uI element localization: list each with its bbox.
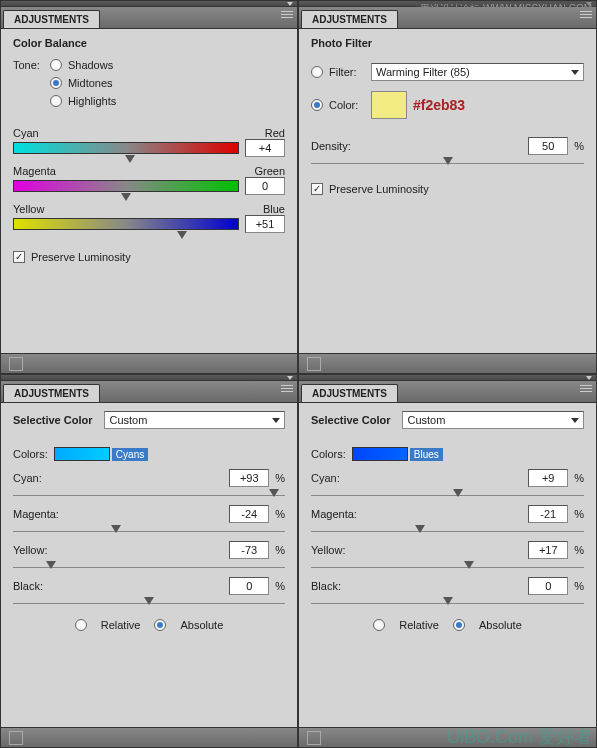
shadows-radio[interactable] [50, 59, 62, 71]
adjustments-tab[interactable]: ADJUSTMENTS [301, 10, 398, 28]
shadows-label: Shadows [68, 59, 113, 71]
yellow-slider[interactable] [311, 565, 584, 569]
panel-tabbar: ADJUSTMENTS [1, 381, 297, 403]
panel-tabbar: ADJUSTMENTS [1, 7, 297, 29]
color-label: Color: [329, 99, 365, 111]
black-value[interactable]: 0 [229, 577, 269, 595]
panel-menu-icon[interactable] [281, 11, 293, 18]
yellow-label: Yellow: [13, 544, 67, 556]
panel-footer [299, 353, 596, 373]
cyan-value[interactable]: +93 [229, 469, 269, 487]
colors-dropdown[interactable]: Blues [352, 445, 449, 463]
blue-label: Blue [263, 203, 285, 215]
relative-label: Relative [101, 619, 141, 631]
panel-photo-filter: 思缘设计论坛 WWW.MISSYUAN.COM ADJUSTMENTS Phot… [298, 0, 597, 374]
black-label: Black: [311, 580, 365, 592]
relative-radio[interactable] [373, 619, 385, 631]
color-swatch[interactable] [371, 91, 407, 119]
watermark-bottom: UiBO.Com 爱好者 [447, 725, 592, 748]
panel-tabbar: ADJUSTMENTS [299, 7, 596, 29]
tone-label: Tone: [13, 59, 40, 113]
absolute-label: Absolute [180, 619, 223, 631]
panel-menu-icon[interactable] [580, 385, 592, 392]
relative-label: Relative [399, 619, 439, 631]
yellow-value[interactable]: +17 [528, 541, 568, 559]
colors-dropdown[interactable]: Cyans [54, 445, 154, 463]
cyan-red-value[interactable]: +4 [245, 139, 285, 157]
panel-title: Selective Color [13, 414, 92, 426]
panel-selective-color-1: ADJUSTMENTS Selective Color Custom Color… [0, 374, 298, 748]
panel-title: Photo Filter [311, 37, 584, 49]
footer-icon[interactable] [307, 731, 321, 745]
adjustments-tab[interactable]: ADJUSTMENTS [301, 384, 398, 402]
magenta-label: Magenta [13, 165, 56, 177]
percent-label: % [574, 140, 584, 152]
cyan-red-slider[interactable] [13, 142, 239, 154]
panel-selective-color-2: ADJUSTMENTS Selective Color Custom Color… [298, 374, 597, 748]
absolute-radio[interactable] [154, 619, 166, 631]
yellow-label: Yellow: [311, 544, 365, 556]
black-slider[interactable] [311, 601, 584, 605]
highlights-label: Highlights [68, 95, 116, 107]
red-label: Red [265, 127, 285, 139]
magenta-green-value[interactable]: 0 [245, 177, 285, 195]
magenta-green-slider[interactable] [13, 180, 239, 192]
panel-footer [1, 727, 297, 747]
panel-menu-icon[interactable] [580, 11, 592, 18]
magenta-slider[interactable] [13, 529, 285, 533]
panel-title: Selective Color [311, 414, 390, 426]
relative-radio[interactable] [75, 619, 87, 631]
footer-icon[interactable] [9, 357, 23, 371]
absolute-radio[interactable] [453, 619, 465, 631]
footer-icon[interactable] [9, 731, 23, 745]
yellow-blue-value[interactable]: +51 [245, 215, 285, 233]
preserve-luminosity-checkbox[interactable] [13, 251, 25, 263]
preserve-luminosity-label: Preserve Luminosity [31, 251, 131, 263]
color-hex: #f2eb83 [413, 97, 465, 113]
adjustments-tab[interactable]: ADJUSTMENTS [3, 10, 100, 28]
midtones-label: Midtones [68, 77, 113, 89]
colors-label: Colors: [13, 448, 48, 460]
black-slider[interactable] [13, 601, 285, 605]
highlights-radio[interactable] [50, 95, 62, 107]
black-value[interactable]: 0 [528, 577, 568, 595]
yellow-value[interactable]: -73 [229, 541, 269, 559]
panel-menu-icon[interactable] [281, 385, 293, 392]
yellow-slider[interactable] [13, 565, 285, 569]
panel-title: Color Balance [13, 37, 285, 49]
colors-label: Colors: [311, 448, 346, 460]
density-label: Density: [311, 140, 355, 152]
yellow-label: Yellow [13, 203, 44, 215]
color-radio[interactable] [311, 99, 323, 111]
filter-label: Filter: [329, 66, 365, 78]
preserve-luminosity-label: Preserve Luminosity [329, 183, 429, 195]
magenta-value[interactable]: -24 [229, 505, 269, 523]
filter-radio[interactable] [311, 66, 323, 78]
green-label: Green [254, 165, 285, 177]
black-label: Black: [13, 580, 67, 592]
magenta-slider[interactable] [311, 529, 584, 533]
absolute-label: Absolute [479, 619, 522, 631]
density-slider[interactable] [311, 161, 584, 165]
magenta-value[interactable]: -21 [528, 505, 568, 523]
magenta-label: Magenta: [311, 508, 365, 520]
cyan-label: Cyan: [13, 472, 67, 484]
cyan-slider[interactable] [13, 493, 285, 497]
cyan-label: Cyan [13, 127, 39, 139]
panel-footer [1, 353, 297, 373]
panel-color-balance: ADJUSTMENTS Color Balance Tone: Shadows … [0, 0, 298, 374]
cyan-label: Cyan: [311, 472, 365, 484]
preset-dropdown[interactable]: Custom [104, 411, 285, 429]
cyan-slider[interactable] [311, 493, 584, 497]
filter-dropdown[interactable]: Warming Filter (85) [371, 63, 584, 81]
footer-icon[interactable] [307, 357, 321, 371]
density-value[interactable]: 50 [528, 137, 568, 155]
preset-dropdown[interactable]: Custom [402, 411, 584, 429]
panel-tabbar: ADJUSTMENTS [299, 381, 596, 403]
magenta-label: Magenta: [13, 508, 67, 520]
midtones-radio[interactable] [50, 77, 62, 89]
adjustments-tab[interactable]: ADJUSTMENTS [3, 384, 100, 402]
yellow-blue-slider[interactable] [13, 218, 239, 230]
cyan-value[interactable]: +9 [528, 469, 568, 487]
preserve-luminosity-checkbox[interactable] [311, 183, 323, 195]
